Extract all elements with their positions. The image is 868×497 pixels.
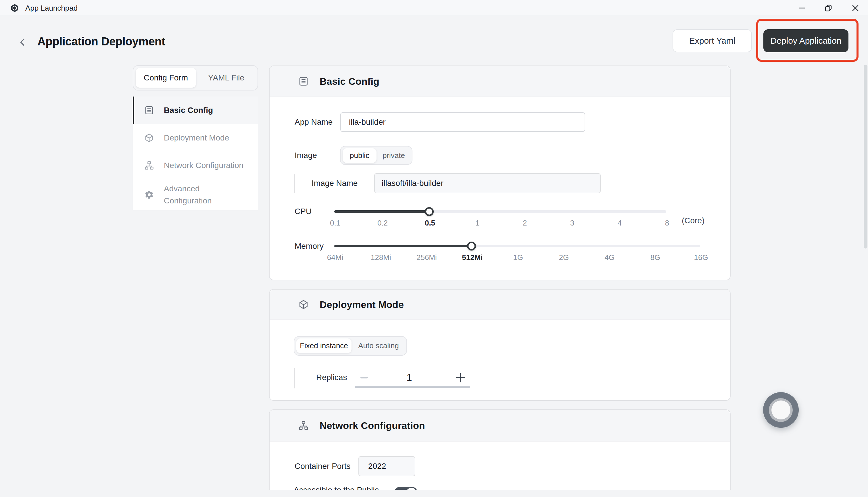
replicas-indent-bar (294, 368, 295, 388)
tab-yaml-file[interactable]: YAML File (196, 68, 256, 88)
config-view-tabs: Config Form YAML File (133, 65, 258, 90)
tab-auto-scaling[interactable]: Auto scaling (351, 338, 406, 353)
cube-icon (298, 299, 309, 310)
nav-item-deployment-mode[interactable]: Deployment Mode (133, 124, 258, 152)
document-icon (144, 105, 154, 115)
image-name-indent-bar (294, 174, 295, 193)
container-ports-input[interactable]: 2022 (359, 456, 415, 476)
close-button[interactable] (847, 0, 864, 16)
deploy-highlight-annotation (756, 19, 858, 62)
minimize-button[interactable] (793, 0, 811, 16)
cpu-mark: 1 (475, 218, 479, 228)
cpu-mark: 4 (618, 218, 622, 228)
memory-mark: 128Mi (371, 253, 391, 262)
memory-mark-selected: 512Mi (462, 253, 482, 262)
tab-fixed-instance[interactable]: Fixed instance (296, 338, 351, 353)
image-name-label: Image Name (311, 179, 358, 188)
replicas-label: Replicas (316, 373, 347, 382)
tab-public[interactable]: public (342, 148, 377, 163)
tab-config-form[interactable]: Config Form (136, 68, 196, 88)
memory-mark: 4G (604, 253, 615, 262)
cpu-unit-label: (Core) (682, 216, 704, 225)
page-title: Application Deployment (37, 35, 165, 48)
image-name-input[interactable]: illasoft/illa-builder (374, 173, 601, 193)
cpu-mark: 2 (523, 218, 527, 228)
app-name-label: App Name (295, 117, 333, 127)
replicas-value: 1 (407, 372, 412, 383)
cpu-mark: 8 (665, 218, 669, 228)
memory-mark: 64Mi (327, 253, 343, 262)
deployment-mode-tabs: Fixed instance Auto scaling (294, 336, 407, 356)
image-visibility-tabs: public private (340, 146, 412, 165)
memory-mark: 2G (559, 253, 569, 262)
memory-mark: 8G (650, 253, 660, 262)
memory-mark: 256Mi (417, 253, 437, 262)
export-yaml-button[interactable]: Export Yaml (673, 29, 752, 52)
back-button[interactable] (19, 38, 25, 46)
cpu-slider-handle[interactable] (425, 207, 434, 216)
card-title: Network Configuration (320, 420, 425, 431)
replicas-stepper-underline (355, 386, 470, 388)
network-configuration-card: Network Configuration Container Ports 20… (269, 409, 731, 497)
replicas-increase-button[interactable] (456, 373, 466, 383)
card-title: Deployment Mode (320, 299, 404, 310)
memory-slider[interactable] (334, 245, 700, 247)
cpu-mark-selected: 0.5 (425, 218, 435, 228)
cpu-mark: 3 (570, 218, 574, 228)
loading-spinner (763, 392, 799, 428)
gear-icon (144, 190, 154, 200)
card-title: Basic Config (320, 76, 379, 87)
cpu-mark: 0.1 (330, 218, 340, 228)
cpu-slider[interactable] (334, 210, 666, 213)
nav-item-advanced-configuration[interactable]: AdvancedConfiguration (133, 179, 258, 210)
app-name-input[interactable]: illa-builder (340, 112, 585, 132)
image-label: Image (295, 151, 317, 160)
cpu-mark: 0.2 (377, 218, 388, 228)
sitemap-icon (298, 420, 309, 431)
memory-mark: 1G (513, 253, 523, 262)
page-bottom-margin (0, 490, 868, 497)
deployment-mode-card: Deployment Mode Fixed instance Auto scal… (269, 289, 731, 401)
nav-item-basic-config[interactable]: Basic Config (133, 97, 258, 124)
basic-config-card: Basic Config App Name illa-builder Image… (269, 66, 731, 280)
app-launchpad-window: App Launchpad Application Deployment Exp… (0, 0, 868, 497)
restore-button[interactable] (820, 0, 837, 16)
container-ports-label: Container Ports (295, 462, 351, 471)
scrollbar-thumb[interactable] (864, 65, 867, 248)
sitemap-icon (144, 160, 154, 170)
memory-label: Memory (295, 242, 324, 251)
memory-slider-handle[interactable] (467, 242, 476, 251)
window-titlebar: App Launchpad (0, 0, 868, 16)
app-logo-icon (10, 4, 19, 12)
memory-mark: 16G (694, 253, 708, 262)
config-section-nav: Basic Config Deployment Mode Network Con… (133, 97, 258, 210)
cube-icon (144, 133, 154, 143)
network-configuration-header: Network Configuration (270, 410, 730, 442)
nav-item-network-configuration[interactable]: Network Configuration (133, 152, 258, 179)
replicas-decrease-button[interactable] (361, 377, 368, 379)
tab-private[interactable]: private (377, 148, 411, 163)
basic-config-header: Basic Config (270, 66, 730, 97)
document-icon (298, 76, 309, 86)
window-title: App Launchpad (25, 0, 78, 16)
cpu-label: CPU (295, 207, 311, 216)
deployment-mode-header: Deployment Mode (270, 289, 730, 320)
